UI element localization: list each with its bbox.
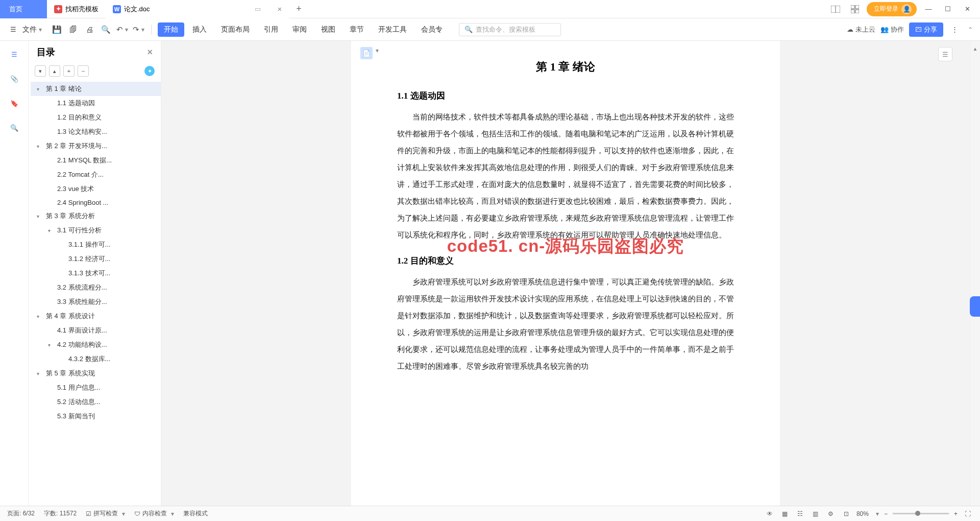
menu-tab-8[interactable]: 会员专 — [415, 22, 449, 37]
bookmark-rail-icon[interactable]: 🔖 — [8, 97, 20, 109]
new-tab-button[interactable]: + — [289, 4, 309, 14]
fullscreen-icon[interactable]: ⛶ — [963, 509, 973, 519]
outline-item-3[interactable]: 1.3 论文结构安... — [31, 125, 161, 139]
section-1-2-heading: 1.2 目的和意义 — [397, 255, 734, 267]
zoom-level[interactable]: 80% — [856, 510, 869, 517]
outline-item-2[interactable]: 1.2 目的和意义 — [31, 110, 161, 125]
outline-view-icon[interactable]: ☷ — [795, 509, 805, 519]
outline-item-13[interactable]: 3.1.3 技术可... — [31, 266, 161, 280]
outline-item-0[interactable]: ▾第 1 章 绪论 — [31, 82, 161, 96]
page-indicator[interactable]: 页面: 6/32 — [7, 509, 35, 518]
print-icon[interactable]: 🖨 — [83, 23, 96, 36]
layout-icon[interactable] — [828, 2, 843, 17]
menu-tab-5[interactable]: 视图 — [315, 22, 341, 37]
tab-home[interactable]: 首页 — [0, 0, 47, 18]
search-rail-icon[interactable]: 🔍 — [8, 122, 20, 134]
hamburger-icon[interactable]: ☰ — [7, 23, 19, 36]
login-button[interactable]: 立即登录 👤 — [867, 2, 917, 16]
compat-mode[interactable]: 兼容模式 — [183, 509, 208, 518]
settings-icon[interactable]: ⚙ — [826, 509, 836, 519]
maximize-button[interactable]: ☐ — [940, 3, 955, 16]
share-button[interactable]: ⮹分享 — [909, 22, 943, 37]
content-check-toggle[interactable]: 🛡内容检查▾ — [134, 509, 174, 518]
close-icon[interactable]: × — [278, 5, 282, 13]
spellcheck-toggle[interactable]: ☑拼写检查▾ — [86, 509, 125, 518]
grid-icon[interactable] — [847, 2, 863, 17]
menu-tab-3[interactable]: 引用 — [258, 22, 284, 37]
menu-tab-4[interactable]: 审阅 — [286, 22, 313, 37]
page-view-icon[interactable]: ▦ — [780, 509, 790, 519]
outline-item-8[interactable]: 2.4 SpringBoot ... — [31, 196, 161, 209]
outline-item-4[interactable]: ▾第 2 章 开发环境与... — [31, 139, 161, 153]
outline-item-6[interactable]: 2.2 Tomcat 介... — [31, 168, 161, 182]
outline-rail-icon[interactable]: ☰ — [8, 48, 20, 60]
outline-item-21[interactable]: 5.1 用户信息... — [31, 381, 161, 395]
svg-rect-4 — [851, 10, 854, 13]
file-menu[interactable]: 文件▾ — [22, 25, 42, 34]
scroll-up-icon[interactable]: ▲ — [973, 46, 978, 52]
zoom-out-button[interactable]: − — [884, 510, 888, 517]
outline-item-22[interactable]: 5.2 活动信息... — [31, 395, 161, 409]
menu-tab-6[interactable]: 章节 — [344, 22, 370, 37]
side-tab-button[interactable] — [970, 296, 980, 317]
outline-item-9[interactable]: ▾第 3 章 系统分析 — [31, 209, 161, 223]
outline-item-16[interactable]: ▾第 4 章 系统设计 — [31, 309, 161, 323]
minimize-button[interactable]: — — [921, 3, 936, 16]
command-search[interactable]: 🔍 查找命令、搜索模板 — [459, 23, 561, 36]
cloud-status[interactable]: ☁未上云 — [847, 25, 875, 34]
collapse-ribbon-icon[interactable]: ⌃ — [968, 26, 973, 33]
outline-item-7[interactable]: 2.3 vue 技术 — [31, 182, 161, 196]
page-tool-icon[interactable]: 📄 — [360, 47, 373, 59]
sidebar-toggle-icon[interactable]: ☰ — [938, 47, 952, 61]
outline-item-20[interactable]: ▾第 5 章 系统实现 — [31, 366, 161, 381]
outline-item-1[interactable]: 1.1 选题动因 — [31, 96, 161, 110]
outline-item-10[interactable]: ▾3.1 可行性分析 — [31, 223, 161, 238]
outline-item-17[interactable]: 4.1 界面设计原... — [31, 323, 161, 338]
document-icon[interactable]: 🗐 — [66, 23, 80, 36]
preview-icon[interactable]: 🔍 — [99, 23, 112, 36]
right-scrollbar[interactable]: ▲ — [970, 41, 980, 506]
outline-hint-icon[interactable]: ✦ — [144, 66, 155, 76]
outline-item-19[interactable]: 4.3.2 数据库... — [31, 352, 161, 366]
outline-item-12[interactable]: 3.1.2 经济可... — [31, 252, 161, 266]
outline-item-15[interactable]: 3.3 系统性能分... — [31, 295, 161, 309]
screen-icon[interactable]: ▭ — [250, 2, 265, 17]
section-1-1-heading: 1.1 选题动因 — [397, 90, 734, 102]
save-icon[interactable]: 💾 — [50, 23, 63, 36]
menu-tab-1[interactable]: 插入 — [186, 22, 213, 37]
word-count[interactable]: 字数: 11572 — [44, 509, 77, 518]
clip-rail-icon[interactable]: 📎 — [8, 73, 20, 85]
outline-item-14[interactable]: 3.2 系统流程分... — [31, 280, 161, 295]
outline-item-18[interactable]: ▾4.2 功能结构设... — [31, 338, 161, 352]
redo-icon[interactable]: ↷▾ — [132, 23, 145, 36]
zoom-fit-icon[interactable]: ⊡ — [841, 509, 851, 519]
statusbar: 页面: 6/32 字数: 11572 ☑拼写检查▾ 🛡内容检查▾ 兼容模式 👁 … — [0, 506, 980, 521]
shield-icon: 🛡 — [134, 510, 140, 517]
zoom-in-button[interactable]: + — [954, 510, 958, 517]
outline-item-5[interactable]: 2.1 MYSQL 数据... — [31, 153, 161, 168]
tab-document[interactable]: W 论文.doc ▭ × — [106, 0, 289, 18]
zoom-slider[interactable] — [893, 513, 949, 514]
outline-close-icon[interactable]: × — [147, 47, 153, 58]
menu-tab-2[interactable]: 页面布局 — [215, 22, 256, 37]
outline-item-11[interactable]: 3.1.1 操作可... — [31, 238, 161, 252]
window-close-button[interactable]: ✕ — [960, 3, 975, 16]
avatar-icon: 👤 — [901, 4, 912, 14]
collab-button[interactable]: 👥协作 — [880, 25, 904, 34]
level-down-button[interactable]: − — [78, 65, 89, 77]
document-page[interactable]: 📄 ▾ 第 1 章 绪论 1.1 选题动因 当前的网络技术，软件技术等都具备成熟… — [351, 41, 780, 506]
level-up-button[interactable]: + — [63, 65, 75, 77]
outline-item-23[interactable]: 5.3 新闻当刊 — [31, 409, 161, 423]
menu-tab-0[interactable]: 开始 — [158, 22, 184, 37]
undo-icon[interactable]: ↶▾ — [115, 23, 129, 36]
menu-tab-7[interactable]: 开发工具 — [372, 22, 413, 37]
document-area: 📄 ▾ 第 1 章 绪论 1.1 选题动因 当前的网络技术，软件技术等都具备成熟… — [161, 41, 970, 506]
more-icon[interactable]: ⋮ — [948, 23, 961, 36]
tab-template[interactable]: ✦ 找稻壳模板 — [47, 0, 106, 18]
expand-all-button[interactable]: ▴ — [49, 65, 60, 77]
toolbar: ☰ 文件▾ 💾 🗐 🖨 🔍 ↶▾ ↷▾ 开始插入页面布局引用审阅视图章节开发工具… — [0, 18, 980, 41]
web-view-icon[interactable]: ▥ — [811, 509, 821, 519]
collapse-all-button[interactable]: ▾ — [35, 65, 46, 77]
reading-view-icon[interactable]: 👁 — [765, 509, 775, 519]
page-tool-dropdown[interactable]: ▾ — [376, 47, 379, 59]
